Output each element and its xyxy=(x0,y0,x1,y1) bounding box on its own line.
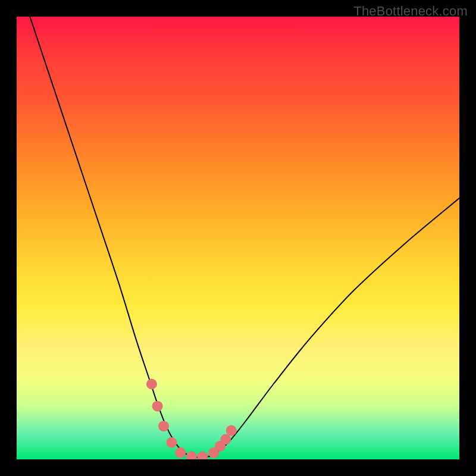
curve-marker xyxy=(152,401,163,412)
curve-marker xyxy=(146,379,157,390)
curve-marker xyxy=(198,452,208,460)
curve-marker xyxy=(186,452,197,460)
curve-marker xyxy=(158,421,169,431)
bottleneck-curve xyxy=(30,17,459,458)
curve-marker xyxy=(166,437,177,448)
curve-markers xyxy=(146,379,237,460)
curve-marker xyxy=(220,434,231,445)
curve-marker xyxy=(226,425,237,436)
gradient-plot-area xyxy=(17,17,459,459)
chart-svg xyxy=(17,17,459,459)
watermark-label: TheBottleneck.com xyxy=(353,4,468,19)
curve-marker xyxy=(175,447,186,458)
